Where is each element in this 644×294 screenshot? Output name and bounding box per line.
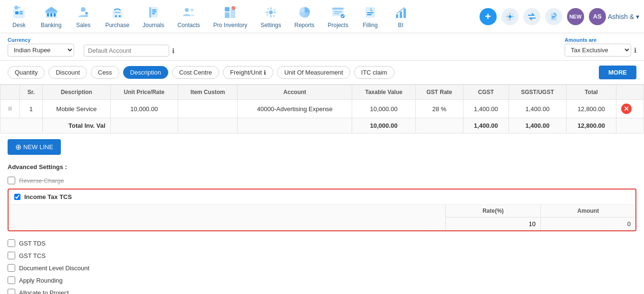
default-account-group: ℹ xyxy=(84,37,174,57)
itcs-amount-col: Amount 0 xyxy=(540,205,635,230)
settings-nav-icon xyxy=(263,5,279,20)
nav-item-settings[interactable]: Settings xyxy=(255,1,287,32)
pill-cost-centre[interactable]: Cost Centre xyxy=(172,66,219,79)
description-cell[interactable]: Mobile Service xyxy=(43,100,110,118)
cgst-cell[interactable]: 1,400.00 xyxy=(463,100,509,118)
sgst-ugst-cell[interactable]: 1,400.00 xyxy=(509,100,566,118)
sr-cell: 1 xyxy=(19,100,43,118)
svg-point-15 xyxy=(115,15,117,17)
svg-rect-46 xyxy=(552,18,554,19)
th-item-custom: Item Custom xyxy=(178,85,237,100)
new-line-button[interactable]: ⊕ NEW LINE xyxy=(8,139,61,155)
more-button[interactable]: MORE xyxy=(599,66,636,79)
totals-sgst-ugst: 1,400.00 xyxy=(509,118,566,133)
pill-itc-claim[interactable]: ITC claim xyxy=(354,66,394,79)
reports-label: Reports xyxy=(295,22,315,28)
income-tax-tcs-checkbox[interactable] xyxy=(14,194,20,200)
document-button[interactable] xyxy=(545,8,562,25)
item-custom-cell[interactable] xyxy=(178,100,237,118)
th-sgst-ugst: SGST/UGST xyxy=(509,85,566,100)
settings-button[interactable] xyxy=(501,8,519,25)
contacts-label: Contacts xyxy=(177,22,200,28)
journals-icon xyxy=(146,5,161,20)
nav-item-reports[interactable]: Reports xyxy=(289,1,320,32)
table-row: ≡ 1 Mobile Service 10,000.00 40000-Adver… xyxy=(0,100,644,118)
gst-tcs-checkbox[interactable] xyxy=(8,252,15,259)
banking-label: Banking xyxy=(41,22,61,28)
user-menu[interactable]: AS Ashish & ▾ xyxy=(589,8,639,25)
drag-handle-icon[interactable]: ≡ xyxy=(8,104,12,113)
user-name: Ashish & xyxy=(608,13,634,20)
totals-account xyxy=(238,118,352,133)
add-button[interactable]: + xyxy=(480,8,497,25)
pill-unit-of-measurement[interactable]: Unit Of Measurement xyxy=(277,66,350,79)
new-badge[interactable]: NEW xyxy=(567,8,584,25)
user-chevron-icon: ▾ xyxy=(636,13,639,20)
currency-select-wrap: Indian Rupee xyxy=(8,44,74,57)
totals-cgst: 1,400.00 xyxy=(463,118,509,133)
nav-item-purchase[interactable]: Purchase xyxy=(99,1,135,32)
unit-price-cell[interactable]: 10,000.00 xyxy=(110,100,178,118)
totals-unit-price xyxy=(110,118,178,133)
totals-spacer xyxy=(0,118,43,133)
th-description: Description xyxy=(43,85,110,100)
total-cell: 12,800.00 xyxy=(566,100,616,118)
top-navigation: Desk Banking xyxy=(0,0,644,33)
allocate-to-project-checkbox[interactable] xyxy=(8,289,15,294)
income-tax-tcs-box: Income Tax TCS Rate(%) Amount 0 xyxy=(8,189,636,231)
bottom-checkboxes: GST TDS GST TCS Document Level Discount … xyxy=(0,235,644,294)
nav-item-banking[interactable]: Banking xyxy=(35,1,67,32)
nav-item-pro-inventory[interactable]: ! Pro Inventory xyxy=(208,1,253,32)
invoice-table-wrap: Sr. Description Unit Price/Rate Item Cus… xyxy=(0,85,644,133)
nav-item-bi[interactable]: BI xyxy=(386,1,415,32)
desk-label: Desk xyxy=(12,22,25,28)
filling-label: Filling xyxy=(363,22,377,28)
pill-cess[interactable]: Cess xyxy=(91,66,119,79)
svg-rect-25 xyxy=(225,12,230,18)
nav-item-contacts[interactable]: Contacts xyxy=(172,1,205,32)
svg-rect-35 xyxy=(334,13,339,14)
allocate-to-project-label: Allocate to Project xyxy=(19,289,69,294)
nav-item-journals[interactable]: Journals xyxy=(137,1,170,32)
taxable-value-cell[interactable]: 10,000.00 xyxy=(352,100,415,118)
default-account-input[interactable] xyxy=(84,45,169,57)
nav-item-projects[interactable]: Projects xyxy=(322,1,354,32)
currency-group: Currency Indian Rupee xyxy=(8,37,74,57)
gst-tds-checkbox[interactable] xyxy=(8,239,15,247)
amounts-are-select[interactable]: Tax Exclusive xyxy=(565,44,631,57)
default-account-info-icon: ℹ xyxy=(172,47,174,55)
pills-row: Quantity Discount Cess Description Cost … xyxy=(0,61,644,85)
pill-description[interactable]: Description xyxy=(123,66,168,79)
th-drag xyxy=(0,85,20,100)
settings-row: Currency Indian Rupee ℹ Amounts are Tax … xyxy=(0,33,644,61)
reverse-charge-checkbox[interactable] xyxy=(8,177,15,184)
apply-rounding-checkbox[interactable] xyxy=(8,276,15,284)
svg-rect-40 xyxy=(396,14,398,18)
exchange-button[interactable] xyxy=(523,8,540,25)
svg-point-13 xyxy=(85,12,88,15)
freight-unit-info-icon: ℹ xyxy=(264,69,266,76)
account-cell[interactable]: 40000-Advertising Expense xyxy=(238,100,352,118)
nav-item-desk[interactable]: Desk xyxy=(5,1,33,32)
allocate-to-project-row: Allocate to Project xyxy=(8,286,636,294)
reverse-charge-row: Reverse Charge xyxy=(8,174,636,187)
itcs-rate-col: Rate(%) xyxy=(445,205,540,230)
delete-row-button[interactable]: ✕ xyxy=(621,104,632,114)
nav-item-sales[interactable]: Sales xyxy=(69,1,97,32)
svg-rect-27 xyxy=(225,7,230,11)
document-level-discount-checkbox[interactable] xyxy=(8,264,15,272)
gst-rate-cell[interactable]: 28 % xyxy=(415,100,463,118)
new-line-row: ⊕ NEW LINE xyxy=(0,133,644,155)
svg-rect-33 xyxy=(332,8,344,9)
itcs-rate-input[interactable] xyxy=(446,218,540,230)
th-account: Account xyxy=(238,85,352,100)
delete-cell: ✕ xyxy=(616,100,644,118)
svg-rect-5 xyxy=(18,7,20,9)
pill-freight-unit[interactable]: Freight/Unit ℹ xyxy=(223,66,273,79)
currency-select[interactable]: Indian Rupee xyxy=(8,44,74,57)
svg-rect-9 xyxy=(47,13,49,17)
nav-item-filling[interactable]: Filling xyxy=(356,1,384,32)
pill-quantity[interactable]: Quantity xyxy=(8,66,45,79)
pill-discount[interactable]: Discount xyxy=(48,66,87,79)
svg-rect-38 xyxy=(367,12,374,13)
